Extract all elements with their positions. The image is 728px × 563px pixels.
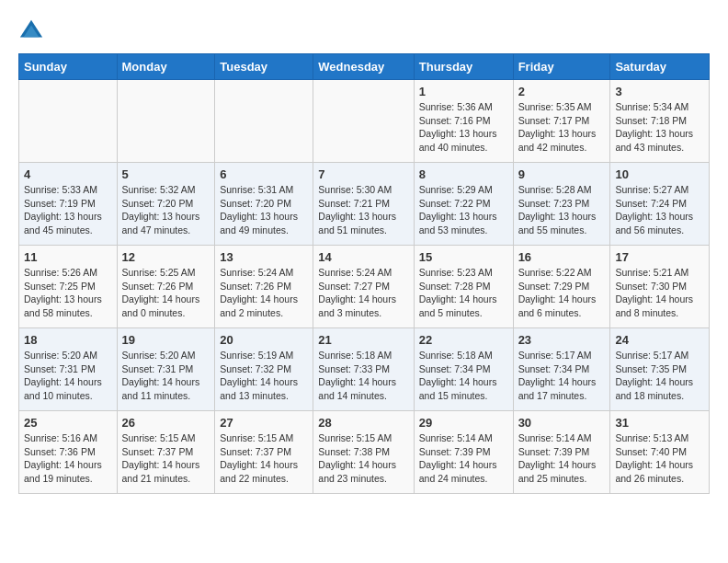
weekday-header-sunday: Sunday [19,54,118,80]
day-info: Sunrise: 5:17 AM Sunset: 7:35 PM Dayligh… [615,349,704,403]
calendar-cell: 24Sunrise: 5:17 AM Sunset: 7:35 PM Dayli… [610,328,710,411]
day-info: Sunrise: 5:20 AM Sunset: 7:31 PM Dayligh… [24,349,112,403]
calendar-cell: 1Sunrise: 5:36 AM Sunset: 7:16 PM Daylig… [414,80,513,163]
day-info: Sunrise: 5:29 AM Sunset: 7:22 PM Dayligh… [419,183,508,237]
day-number: 17 [615,250,704,264]
day-info: Sunrise: 5:36 AM Sunset: 7:16 PM Dayligh… [419,100,508,155]
day-info: Sunrise: 5:34 AM Sunset: 7:18 PM Dayligh… [615,100,704,155]
calendar-cell: 26Sunrise: 5:15 AM Sunset: 7:37 PM Dayli… [117,411,215,494]
calendar-cell: 9Sunrise: 5:28 AM Sunset: 7:23 PM Daylig… [513,163,610,246]
calendar-cell: 4Sunrise: 5:33 AM Sunset: 7:19 PM Daylig… [19,163,118,246]
calendar-cell [215,80,313,163]
day-info: Sunrise: 5:15 AM Sunset: 7:37 PM Dayligh… [122,431,210,486]
day-number: 8 [419,167,508,181]
day-number: 11 [24,250,112,264]
day-info: Sunrise: 5:21 AM Sunset: 7:30 PM Dayligh… [615,266,704,320]
calendar-cell: 8Sunrise: 5:29 AM Sunset: 7:22 PM Daylig… [414,163,513,246]
calendar-week-1: 1Sunrise: 5:36 AM Sunset: 7:16 PM Daylig… [19,80,710,163]
day-info: Sunrise: 5:20 AM Sunset: 7:31 PM Dayligh… [122,349,210,403]
day-info: Sunrise: 5:31 AM Sunset: 7:20 PM Dayligh… [220,183,308,237]
calendar-cell: 3Sunrise: 5:34 AM Sunset: 7:18 PM Daylig… [610,80,710,163]
day-info: Sunrise: 5:18 AM Sunset: 7:34 PM Dayligh… [419,349,508,403]
day-info: Sunrise: 5:26 AM Sunset: 7:25 PM Dayligh… [24,266,112,320]
day-number: 7 [318,167,408,181]
logo [18,18,48,44]
day-number: 29 [419,416,508,430]
day-info: Sunrise: 5:27 AM Sunset: 7:24 PM Dayligh… [615,183,704,237]
day-info: Sunrise: 5:33 AM Sunset: 7:19 PM Dayligh… [24,183,112,237]
calendar-week-3: 11Sunrise: 5:26 AM Sunset: 7:25 PM Dayli… [19,246,710,328]
calendar-week-2: 4Sunrise: 5:33 AM Sunset: 7:19 PM Daylig… [19,163,710,246]
day-info: Sunrise: 5:24 AM Sunset: 7:26 PM Dayligh… [220,266,308,320]
day-number: 27 [220,416,308,430]
day-number: 4 [24,167,112,181]
calendar-cell: 23Sunrise: 5:17 AM Sunset: 7:34 PM Dayli… [513,328,610,411]
calendar-cell: 15Sunrise: 5:23 AM Sunset: 7:28 PM Dayli… [414,246,513,328]
day-number: 20 [220,333,308,347]
day-number: 14 [318,250,408,264]
day-info: Sunrise: 5:35 AM Sunset: 7:17 PM Dayligh… [518,100,606,155]
day-info: Sunrise: 5:15 AM Sunset: 7:38 PM Dayligh… [318,431,408,486]
calendar-cell: 28Sunrise: 5:15 AM Sunset: 7:38 PM Dayli… [313,411,414,494]
logo-icon [18,18,44,44]
calendar-cell: 29Sunrise: 5:14 AM Sunset: 7:39 PM Dayli… [414,411,513,494]
weekday-header-thursday: Thursday [414,54,513,80]
day-info: Sunrise: 5:19 AM Sunset: 7:32 PM Dayligh… [220,349,308,403]
day-number: 18 [24,333,112,347]
day-number: 1 [419,85,508,98]
weekday-header-wednesday: Wednesday [313,54,414,80]
calendar-week-4: 18Sunrise: 5:20 AM Sunset: 7:31 PM Dayli… [19,328,710,411]
calendar-cell [19,80,118,163]
calendar-cell: 25Sunrise: 5:16 AM Sunset: 7:36 PM Dayli… [19,411,118,494]
calendar-cell: 19Sunrise: 5:20 AM Sunset: 7:31 PM Dayli… [117,328,215,411]
day-info: Sunrise: 5:18 AM Sunset: 7:33 PM Dayligh… [318,349,408,403]
calendar-cell: 20Sunrise: 5:19 AM Sunset: 7:32 PM Dayli… [215,328,313,411]
day-info: Sunrise: 5:13 AM Sunset: 7:40 PM Dayligh… [615,431,704,486]
day-number: 13 [220,250,308,264]
day-number: 30 [518,416,606,430]
day-info: Sunrise: 5:23 AM Sunset: 7:28 PM Dayligh… [419,266,508,320]
day-number: 10 [615,167,704,181]
calendar-cell: 30Sunrise: 5:14 AM Sunset: 7:39 PM Dayli… [513,411,610,494]
day-number: 12 [122,250,210,264]
day-number: 9 [518,167,606,181]
day-number: 19 [122,333,210,347]
calendar-cell: 2Sunrise: 5:35 AM Sunset: 7:17 PM Daylig… [513,80,610,163]
day-number: 3 [615,85,704,98]
calendar-cell: 14Sunrise: 5:24 AM Sunset: 7:27 PM Dayli… [313,246,414,328]
day-number: 23 [518,333,606,347]
day-info: Sunrise: 5:25 AM Sunset: 7:26 PM Dayligh… [122,266,210,320]
calendar-week-5: 25Sunrise: 5:16 AM Sunset: 7:36 PM Dayli… [19,411,710,494]
calendar-cell: 21Sunrise: 5:18 AM Sunset: 7:33 PM Dayli… [313,328,414,411]
day-number: 26 [122,416,210,430]
day-info: Sunrise: 5:28 AM Sunset: 7:23 PM Dayligh… [518,183,606,237]
weekday-header-saturday: Saturday [610,54,710,80]
day-number: 22 [419,333,508,347]
calendar-cell [313,80,414,163]
weekday-header-monday: Monday [117,54,215,80]
day-number: 24 [615,333,704,347]
calendar-cell [117,80,215,163]
calendar-cell: 7Sunrise: 5:30 AM Sunset: 7:21 PM Daylig… [313,163,414,246]
calendar-cell: 31Sunrise: 5:13 AM Sunset: 7:40 PM Dayli… [610,411,710,494]
calendar-cell: 17Sunrise: 5:21 AM Sunset: 7:30 PM Dayli… [610,246,710,328]
day-number: 16 [518,250,606,264]
calendar-cell: 5Sunrise: 5:32 AM Sunset: 7:20 PM Daylig… [117,163,215,246]
day-info: Sunrise: 5:14 AM Sunset: 7:39 PM Dayligh… [419,431,508,486]
day-number: 5 [122,167,210,181]
day-info: Sunrise: 5:30 AM Sunset: 7:21 PM Dayligh… [318,183,408,237]
day-number: 15 [419,250,508,264]
calendar-cell: 16Sunrise: 5:22 AM Sunset: 7:29 PM Dayli… [513,246,610,328]
day-info: Sunrise: 5:32 AM Sunset: 7:20 PM Dayligh… [122,183,210,237]
day-number: 6 [220,167,308,181]
calendar-cell: 6Sunrise: 5:31 AM Sunset: 7:20 PM Daylig… [215,163,313,246]
day-number: 28 [318,416,408,430]
calendar-cell: 18Sunrise: 5:20 AM Sunset: 7:31 PM Dayli… [19,328,118,411]
page-header [18,18,710,44]
day-number: 25 [24,416,112,430]
calendar-cell: 13Sunrise: 5:24 AM Sunset: 7:26 PM Dayli… [215,246,313,328]
calendar-cell: 22Sunrise: 5:18 AM Sunset: 7:34 PM Dayli… [414,328,513,411]
day-info: Sunrise: 5:14 AM Sunset: 7:39 PM Dayligh… [518,431,606,486]
weekday-header-row: SundayMondayTuesdayWednesdayThursdayFrid… [19,54,710,80]
day-info: Sunrise: 5:24 AM Sunset: 7:27 PM Dayligh… [318,266,408,320]
